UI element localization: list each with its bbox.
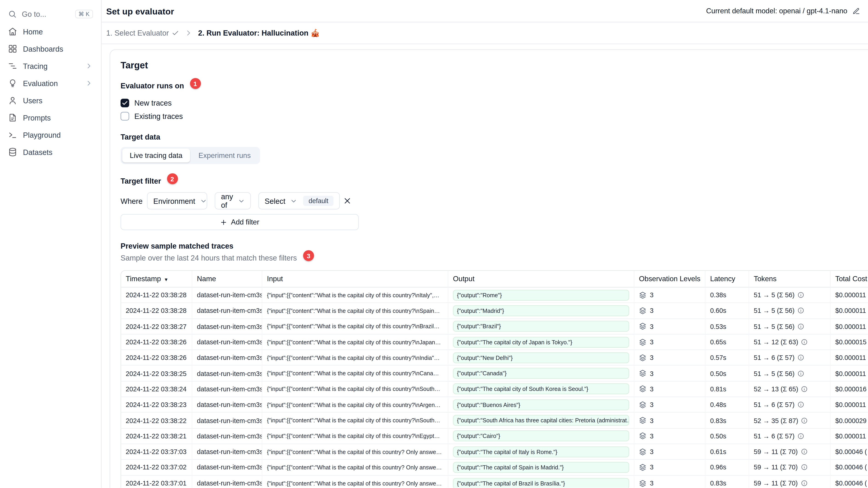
tokens-cell: 59 → 11 (Σ 70): [749, 476, 831, 488]
timestamp-cell: 2024-11-22 03:38:25: [121, 366, 192, 382]
timestamp-cell: 2024-11-22 03:38:26: [121, 334, 192, 350]
output-cell: {"output":"Madrid"}: [448, 303, 634, 319]
output-cell: {"output":"South Africa has three capita…: [448, 413, 634, 428]
info-icon[interactable]: [801, 417, 808, 424]
nav-item-label: Prompts: [23, 113, 51, 122]
tab-live-tracing-data[interactable]: Live tracing data: [122, 149, 190, 163]
where-label: Where: [121, 196, 147, 205]
input-cell: {"input":[{"content":"What is the capita…: [262, 460, 448, 476]
observation-levels-cell: 3: [634, 334, 706, 350]
column-header-latency: Latency: [706, 271, 749, 288]
tokens-cell: 52 → 13 (Σ 65): [749, 382, 831, 397]
info-icon[interactable]: [798, 323, 804, 330]
step-1-label: 1. Select Evaluator: [106, 29, 169, 37]
table-row: 2024-11-22 03:38:25 dataset-run-item-cm3…: [121, 366, 868, 382]
info-icon[interactable]: [801, 480, 807, 487]
total-cost-cell: $0.000011 (: [831, 303, 868, 319]
sidebar-item-users[interactable]: Users: [5, 92, 96, 109]
nav-item-label: Users: [23, 96, 42, 105]
input-cell: {"input":[{"content":"What is the capita…: [262, 382, 448, 397]
column-header-timestamp[interactable]: Timestamp▼: [121, 271, 192, 288]
checkbox-row-new-traces[interactable]: New traces: [121, 97, 868, 109]
tokens-cell: 51 → 12 (Σ 63): [749, 334, 831, 350]
timestamp-cell: 2024-11-22 03:38:21: [121, 428, 192, 444]
search-label: Go to...: [22, 9, 46, 18]
layers-icon: [639, 338, 647, 346]
tab-experiment-runs[interactable]: Experiment runs: [191, 149, 258, 163]
filter-value-select[interactable]: Select default: [258, 192, 340, 209]
table-row: 2024-11-22 03:38:28 dataset-run-item-cm3…: [121, 303, 868, 319]
tokens-cell: 51 → 5 (Σ 56): [749, 288, 831, 303]
default-model-label: Current default model: openai / gpt-4.1-…: [706, 7, 847, 15]
filter-field-select[interactable]: Environment: [147, 192, 207, 209]
output-cell: {"output":"Rome"}: [448, 288, 634, 303]
checkbox[interactable]: [121, 99, 129, 107]
observation-levels-cell: 3: [634, 319, 706, 334]
timestamp-cell: 2024-11-22 03:38:26: [121, 350, 192, 366]
column-header-observation-levels: Observation Levels: [634, 271, 706, 288]
layers-icon: [639, 417, 647, 424]
info-icon[interactable]: [798, 433, 804, 440]
preview-title: Preview sample matched traces: [121, 242, 868, 251]
sidebar-item-prompts[interactable]: Prompts: [5, 109, 96, 126]
name-cell: dataset-run-item-cm3s4: [192, 413, 262, 428]
pencil-icon[interactable]: [852, 7, 860, 15]
name-cell: dataset-run-item-cm3s4: [192, 476, 262, 488]
name-cell: dataset-run-item-cm3s4: [192, 397, 262, 413]
name-cell: dataset-run-item-cm3s4: [192, 303, 262, 319]
filter-row: Where Environment any of Select default: [121, 192, 868, 209]
latency-cell: 0.65s: [706, 334, 749, 350]
info-icon[interactable]: [798, 307, 804, 314]
name-cell: dataset-run-item-cm3s4: [192, 366, 262, 382]
timestamp-cell: 2024-11-22 03:37:02: [121, 460, 192, 476]
info-icon[interactable]: [798, 292, 804, 298]
info-icon[interactable]: [801, 338, 808, 346]
global-search[interactable]: Go to... ⌘ K: [5, 5, 96, 23]
info-icon[interactable]: [798, 401, 804, 408]
filter-operator-select[interactable]: any of: [215, 192, 251, 209]
add-filter-button[interactable]: Add filter: [121, 214, 359, 230]
observation-levels-cell: 3: [634, 350, 706, 366]
target-card: Target Evaluator runs on 1 New traces: [110, 50, 868, 488]
breadcrumb-step-1[interactable]: 1. Select Evaluator: [106, 29, 179, 37]
nav-item-icon: [8, 96, 17, 105]
timestamp-cell: 2024-11-22 03:37:01: [121, 476, 192, 488]
tokens-cell: 51 → 5 (Σ 56): [749, 303, 831, 319]
total-cost-cell: $0.000011 (: [831, 350, 868, 366]
info-icon[interactable]: [801, 448, 807, 455]
sidebar-item-evaluation[interactable]: Evaluation: [5, 75, 96, 92]
plus-icon: [220, 218, 227, 226]
layers-icon: [639, 480, 647, 487]
info-icon[interactable]: [801, 386, 808, 392]
filter-value-chip: default: [303, 196, 334, 206]
table-row: 2024-11-22 03:38:21 dataset-run-item-cm3…: [121, 428, 868, 444]
sidebar-item-datasets[interactable]: Datasets: [5, 143, 96, 161]
total-cost-cell: $0.000011 (: [831, 397, 868, 413]
timestamp-cell: 2024-11-22 03:38:27: [121, 319, 192, 334]
column-header-tokens: Tokens: [749, 271, 831, 288]
sidebar-item-playground[interactable]: Playground: [5, 126, 96, 143]
info-icon[interactable]: [798, 354, 804, 361]
name-cell: dataset-run-item-cm3s4: [192, 444, 262, 460]
evaluator-runs-on-options: New traces Existing traces: [121, 97, 868, 122]
checkbox[interactable]: [121, 112, 129, 121]
observation-levels-cell: 3: [634, 428, 706, 444]
name-cell: dataset-run-item-cm3s4: [192, 288, 262, 303]
step-badge-1: 1: [190, 78, 201, 89]
input-cell: {"input":[{"content":"What is the capita…: [262, 428, 448, 444]
sidebar-item-tracing[interactable]: Tracing: [5, 57, 96, 75]
checkbox-row-existing-traces[interactable]: Existing traces: [121, 110, 868, 122]
total-cost-cell: $0.00046 (: [831, 460, 868, 476]
info-icon[interactable]: [801, 464, 807, 471]
chevron-down-icon: [238, 197, 245, 205]
sidebar-item-home[interactable]: Home: [5, 23, 96, 40]
default-model[interactable]: Current default model: openai / gpt-4.1-…: [706, 7, 860, 15]
table-row: 2024-11-22 03:37:01 dataset-run-item-cm3…: [121, 476, 868, 488]
observation-levels-cell: 3: [634, 397, 706, 413]
input-cell: {"input":[{"content":"What is the capita…: [262, 334, 448, 350]
timestamp-cell: 2024-11-22 03:38:28: [121, 303, 192, 319]
info-icon[interactable]: [798, 370, 804, 377]
remove-filter-button[interactable]: [343, 196, 352, 205]
name-cell: dataset-run-item-cm3s4: [192, 382, 262, 397]
sidebar-item-dashboards[interactable]: Dashboards: [5, 40, 96, 57]
